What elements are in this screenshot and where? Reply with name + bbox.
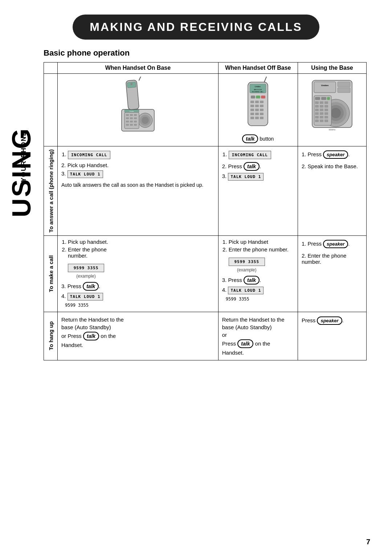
- svg-rect-65: [324, 105, 328, 108]
- lcd-talkloud-col2: TALK LOUD 1: [228, 173, 264, 181]
- make-col2-step4: 4. TALK LOUD 1 9599 3355: [222, 286, 294, 302]
- svg-rect-10: [134, 117, 137, 119]
- svg-rect-75: [315, 120, 319, 122]
- answer-col3-step2: 2. Speak into the Base.: [302, 163, 363, 169]
- talk-btn-hang-col2: talk: [237, 339, 253, 348]
- speaker-btn-3: speaker: [317, 316, 342, 325]
- svg-rect-57: [315, 97, 320, 100]
- svg-point-3: [142, 117, 149, 124]
- svg-rect-61: [320, 101, 323, 104]
- lcd-number-col2: 9599 3355: [226, 296, 249, 302]
- svg-rect-33: [255, 101, 259, 103]
- svg-rect-38: [250, 109, 254, 111]
- example-note-col1: (example): [68, 274, 104, 279]
- svg-rect-42: [255, 113, 259, 115]
- speaker-btn-2: speaker: [323, 240, 348, 248]
- make-col1-step1: Pick up handset.: [68, 239, 215, 245]
- lcd-example-col1: 9599 3355: [68, 264, 104, 272]
- answer-col3: 1. Press speaker . 2. Speak into the Bas…: [298, 146, 366, 236]
- svg-rect-67: [320, 109, 323, 111]
- answer-col1: INCOMING CALL 2. Pick up Handset. 3. TAL…: [58, 146, 219, 236]
- hang-col1-line1: Return the Handset to the: [61, 316, 215, 323]
- page-number: 7: [366, 538, 370, 546]
- col-header-2: When Handset Off Base: [218, 62, 298, 74]
- svg-rect-73: [320, 116, 323, 118]
- lcd-talkloud2-col1: TALK LOUD 1: [68, 293, 103, 300]
- svg-rect-5: [126, 114, 129, 116]
- svg-line-24: [264, 77, 267, 82]
- hang-col1-line2: base (Auto Standby): [61, 324, 215, 330]
- svg-rect-76: [320, 120, 323, 122]
- lcd-talkloud-col1: TALK LOUD 1: [68, 170, 103, 178]
- answer-col1-step3: 3. TALK LOUD 1: [61, 169, 215, 179]
- answer-col2-step1: INCOMING CALL: [229, 149, 294, 161]
- svg-rect-12: [130, 121, 133, 122]
- lcd-number-col1: 9599 3355: [65, 303, 89, 308]
- svg-rect-14: [126, 124, 129, 126]
- svg-rect-72: [315, 116, 319, 118]
- svg-text:JAN 9 12:30: JAN 9 12:30: [254, 89, 262, 90]
- base-unit-svg: Uniden: [310, 77, 354, 133]
- talk-btn-hang-col1: talk: [83, 332, 99, 340]
- make-col2: Pick up Handset Enter the phone number. …: [218, 235, 298, 312]
- make-col3-step1: 1. Press speaker .: [302, 240, 363, 248]
- svg-rect-39: [255, 109, 259, 111]
- svg-rect-50: [338, 82, 350, 87]
- svg-rect-74: [324, 116, 328, 118]
- images-row-label: [44, 74, 58, 146]
- talk-btn-answer-col2: talk: [244, 162, 260, 171]
- make-col3-step2: 2. Enter the phone number.: [302, 253, 363, 265]
- hang-col1-line4: Handset.: [61, 342, 215, 348]
- answer-col1-step1: INCOMING CALL: [68, 149, 215, 161]
- row-label-answer: To answer a call (phone ringing): [44, 146, 58, 236]
- talk-button-label-area: talk button: [242, 134, 274, 143]
- svg-rect-69: [315, 112, 319, 115]
- make-col1-step3: 3. Press talk .: [61, 282, 215, 291]
- hang-col2-line5: Handset.: [222, 350, 294, 356]
- title-banner: MAKING AND RECEIVING CALLS: [73, 15, 319, 40]
- make-col2-step2: Enter the phone number.: [229, 246, 294, 253]
- make-col1-step4: 4. TALK LOUD 1 9599 3355: [61, 292, 215, 308]
- col-header-1: When Handset On Base: [58, 62, 219, 74]
- svg-rect-35: [250, 105, 254, 107]
- hang-col2: Return the Handset to the base (Auto Sta…: [218, 312, 298, 360]
- speaker-btn-1: speaker: [323, 150, 348, 159]
- make-col1: Pick up handset. Enter the phone number.…: [58, 235, 219, 312]
- corner-th: [44, 62, 58, 74]
- svg-rect-6: [130, 114, 133, 116]
- svg-rect-71: [324, 112, 328, 115]
- col1-image-cell: Uniden: [58, 74, 219, 146]
- svg-rect-9: [130, 117, 133, 119]
- svg-rect-68: [324, 109, 328, 111]
- answer-col1-note: Auto talk answers the call as soon as th…: [61, 182, 215, 188]
- svg-rect-60: [315, 101, 319, 104]
- svg-rect-30: [256, 96, 260, 98]
- talk-btn-make-col1: talk: [83, 282, 99, 291]
- svg-text:Uniden: Uniden: [130, 110, 134, 112]
- col-header-3: Using the Base: [298, 62, 366, 74]
- svg-rect-64: [320, 105, 323, 108]
- main-table: When Handset On Base When Handset Off Ba…: [44, 62, 367, 360]
- your-phone-label: YOUR PHONE: [20, 131, 28, 182]
- svg-rect-51: [338, 88, 350, 93]
- svg-line-22: [139, 77, 142, 80]
- svg-rect-40: [260, 109, 264, 111]
- svg-rect-11: [126, 121, 129, 122]
- section-title: Basic phone operation: [44, 48, 370, 58]
- svg-rect-48: [314, 82, 336, 93]
- svg-rect-32: [250, 101, 254, 103]
- lcd-talkloud2-col2: TALK LOUD 1: [228, 287, 264, 294]
- make-col1-step2: Enter the phone number.: [68, 246, 215, 259]
- button-text: button: [260, 136, 274, 142]
- lcd-example-col2: 9599 3355: [229, 258, 265, 266]
- answer-col2-step3: 3. TALK LOUD 1: [222, 172, 294, 182]
- col2-image-cell: Uniden JAN 9 12:30 INCOMING CALL: [218, 74, 298, 146]
- hang-col2-line4: Press talk on the: [222, 339, 294, 348]
- answer-col1-step2: 2. Pick up Handset.: [61, 162, 215, 168]
- make-col2-step1: Pick up Handset: [229, 239, 294, 245]
- svg-text:900MHz: 900MHz: [329, 129, 336, 131]
- svg-rect-43: [260, 113, 264, 115]
- svg-point-55: [331, 108, 341, 118]
- svg-rect-63: [315, 105, 319, 108]
- svg-rect-34: [260, 101, 264, 103]
